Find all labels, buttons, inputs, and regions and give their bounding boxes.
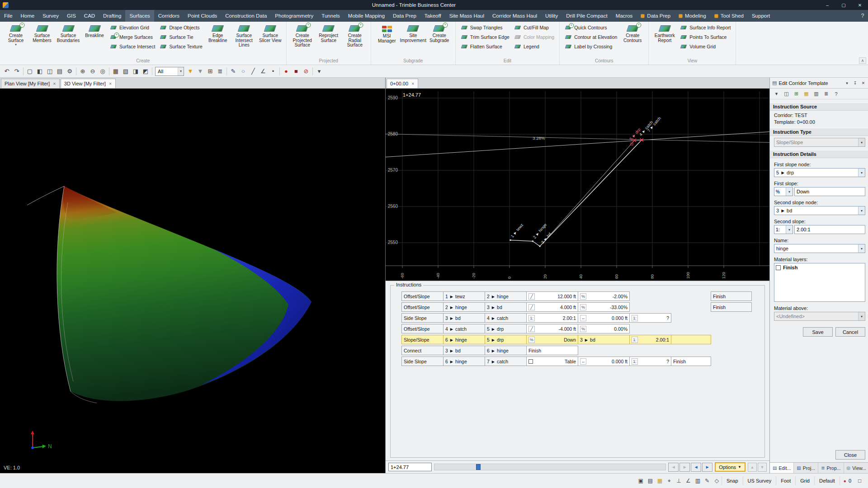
ribbon-button-surface-boundaries[interactable]: Surface Boundaries [55, 22, 81, 58]
view-profile-icon[interactable]: ◨ [131, 66, 141, 76]
menu-item-surfaces[interactable]: Surfaces [125, 10, 154, 22]
ribbon-button-quick-contours[interactable]: Quick Contours [563, 24, 618, 31]
instruction-cell[interactable]: 4 ► catch [443, 324, 485, 333]
ribbon-button-surface-info-report[interactable]: Surface Info Report [679, 24, 732, 31]
view-image-icon[interactable]: ◩ [141, 66, 151, 76]
ribbon-button-points-to-surface[interactable]: Points To Surface [679, 33, 732, 41]
previous-section-button[interactable]: ◄ [668, 463, 679, 472]
menu-item-construction-data[interactable]: Construction Data [221, 10, 271, 22]
list-icon[interactable]: ≣ [822, 89, 830, 98]
panel-tab-prop[interactable]: ≣Prop... [818, 463, 844, 473]
menu-item-file[interactable]: File [0, 10, 17, 22]
menu-item-survey[interactable]: Survey [38, 10, 63, 22]
second-slope-node-select[interactable]: 3 ► bd ▾ [774, 206, 865, 215]
menu-item-takeoff[interactable]: Takeoff [420, 10, 445, 22]
instruction-cell[interactable]: 3 ► bd [485, 302, 527, 312]
3d-view-canvas[interactable]: N VE: 1.0 [0, 89, 385, 473]
instruction-cell[interactable]: 5 ► drp [485, 324, 527, 333]
project-settings-icon[interactable]: ⚙ [65, 66, 75, 76]
first-slope-node-select[interactable]: 5 ► drp ▾ [774, 168, 865, 177]
instruction-cell[interactable]: 3 ► bd [578, 335, 630, 344]
instruction-cell[interactable]: 5 ► drp [485, 335, 527, 344]
undo-icon[interactable]: ↶ [2, 66, 12, 76]
panel-tab-edit[interactable]: ▤Edit... [770, 463, 794, 473]
menu-item-site-mass-haul[interactable]: Site Mass Haul [445, 10, 488, 22]
maximize-button[interactable]: ▢ [835, 0, 852, 10]
ribbon-button-create-projected-surface[interactable]: Create Projected Surface [289, 22, 316, 58]
ribbon-button-site-improvement[interactable]: Site Improvement [400, 22, 426, 58]
record-icon[interactable]: ● [281, 66, 291, 76]
template-node[interactable] [532, 240, 533, 242]
view-plan-icon[interactable]: ▦ [111, 66, 121, 76]
layout-icon[interactable]: □ [855, 476, 864, 486]
zoom-out-icon[interactable]: ⊖ [88, 66, 98, 76]
selection-mode-icon[interactable]: ▣ [636, 476, 646, 486]
instruction-cell[interactable]: %-2.00% [578, 291, 630, 301]
menu-item-gis[interactable]: GIS [63, 10, 80, 22]
instruction-cell[interactable]: 2 ► hinge [485, 291, 527, 301]
instruction-cell[interactable]: 1:2.00:1 [526, 313, 578, 323]
station-slider[interactable] [434, 464, 666, 470]
ribbon-button-reproject-surface[interactable]: Reproject Surface [316, 22, 342, 58]
tab-close-icon[interactable]: ✕ [411, 82, 415, 86]
menu-item-macros[interactable]: Macros [612, 10, 637, 22]
cancel-icon[interactable]: ⊘ [301, 66, 311, 76]
menu-item-drill-pile-compact[interactable]: Drill Pile Compact [562, 10, 611, 22]
redo-icon[interactable]: ↷ [12, 66, 22, 76]
ribbon-button-create-subgrade[interactable]: Create Subgrade [426, 22, 453, 58]
instruction-cell[interactable]: Finish [711, 302, 752, 312]
instruction-cell[interactable]: ↔0.000 ft [578, 357, 630, 366]
section-tab-0-00-00[interactable]: 0+00.00✕ [387, 79, 418, 88]
zoom-in-icon[interactable]: ⊕ [78, 66, 88, 76]
project-explorer-icon[interactable]: ⊞ [205, 66, 215, 76]
panel-menu-icon[interactable]: ▾ [772, 89, 781, 98]
instruction-cell[interactable]: 2 ► hinge [443, 302, 485, 312]
print-icon[interactable]: ▤ [55, 66, 65, 76]
instruction-cell[interactable]: ╱4.000 ft [526, 302, 578, 312]
template-node[interactable] [509, 239, 511, 241]
status-item-grid[interactable]: Grid [795, 476, 814, 485]
instruction-cell[interactable]: 6 ► hinge [443, 335, 485, 344]
template-node[interactable] [539, 246, 541, 247]
name-select[interactable]: hinge ▾ [774, 244, 865, 253]
material-above-select[interactable]: <Undefined> ▾ [774, 312, 865, 321]
template-up-button[interactable]: ▲ [748, 463, 757, 472]
menu-item-tunnels[interactable]: Tunnels [317, 10, 344, 22]
first-slope-input[interactable] [794, 187, 865, 196]
material-layer-item[interactable]: Finish [776, 265, 863, 270]
ribbon-button-swap-triangles[interactable]: Swap Triangles [459, 24, 511, 31]
ribbon-button-elevation-grid[interactable]: Elevation Grid [108, 24, 156, 31]
pin-icon[interactable]: ↧ [851, 79, 859, 87]
selection-filter-funnel-icon[interactable]: ▼ [185, 66, 195, 76]
menu-item-data-prep[interactable]: Data Prep [389, 10, 420, 22]
instruction-cell[interactable]: 3 ► bd [443, 313, 485, 323]
menu-item-support[interactable]: Support [748, 10, 774, 22]
edit-mode-icon[interactable]: ✎ [703, 476, 712, 486]
menu-item-mobile-mapping[interactable]: Mobile Mapping [344, 10, 389, 22]
cross-section-canvas[interactable]: 25902580257025602550-60-40-2002040608010… [386, 89, 769, 281]
properties-pane-icon[interactable]: ≣ [215, 66, 225, 76]
instruction-cell[interactable]: %0.00% [578, 324, 630, 333]
angle-lock-icon[interactable]: ∠ [684, 476, 693, 486]
instruction-cell[interactable]: 1 ► tewz [443, 291, 485, 301]
running-snap-icon[interactable]: ◇ [712, 476, 722, 486]
instruction-cell[interactable]: Offset/Slope [401, 324, 443, 333]
instruction-cell[interactable]: Connect [401, 346, 443, 355]
data-table-icon[interactable]: ▦ [655, 476, 665, 486]
instruction-cell[interactable]: %Down [526, 335, 578, 344]
ribbon-button-create-contours[interactable]: Create Contours [619, 22, 646, 58]
toolbar-options-icon[interactable]: ▾ [314, 66, 324, 76]
next-station-button[interactable]: ► [702, 463, 712, 472]
ribbon-button-msi-manager[interactable]: MSI Manager [374, 22, 400, 58]
selection-filter-combo[interactable]: All▾ [155, 67, 184, 76]
menu-item-modeling[interactable]: Modeling [675, 10, 710, 22]
previous-station-button[interactable]: ◄ [691, 463, 701, 472]
ribbon-button-create-surface[interactable]: Create Surface▾ [3, 22, 29, 58]
instruction-cell[interactable]: 7 ► catch [485, 357, 527, 366]
save-project-icon[interactable]: ◫ [45, 66, 55, 76]
instruction-cell[interactable]: 1:? [629, 313, 671, 323]
instruction-row-5[interactable]: Slope/Slope6 ► hinge5 ► drp%Down3 ► bd1:… [401, 335, 764, 344]
instruction-cell[interactable]: Slope/Slope [401, 335, 443, 344]
instruction-cell[interactable]: 1:2.00:1 [629, 335, 671, 344]
tab-close-icon[interactable]: ✕ [109, 82, 112, 86]
